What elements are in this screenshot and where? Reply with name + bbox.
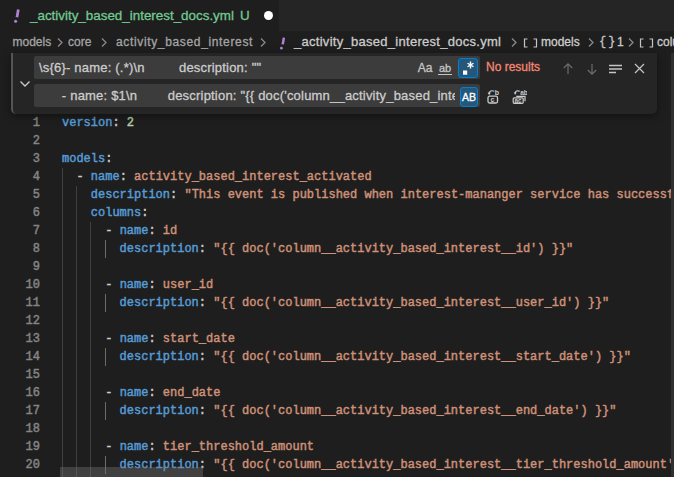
svg-text:c: c	[491, 96, 495, 103]
svg-text:ab: ab	[520, 89, 527, 96]
svg-text:ac: ac	[515, 97, 523, 104]
svg-text:b: b	[495, 89, 499, 96]
